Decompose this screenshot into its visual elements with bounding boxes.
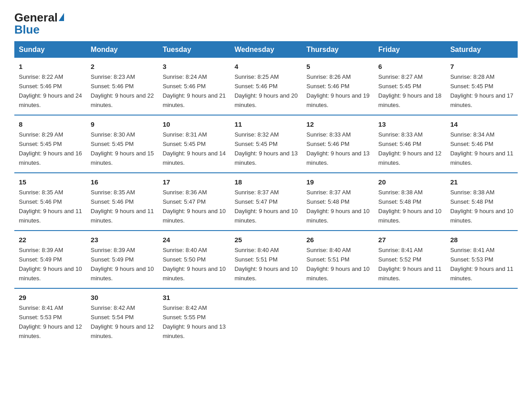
day-number: 5 (306, 61, 370, 72)
calendar-cell: 11Sunrise: 8:32 AMSunset: 5:45 PMDayligh… (230, 115, 302, 173)
day-info: Sunrise: 8:28 AMSunset: 5:45 PMDaylight:… (450, 73, 513, 108)
day-number: 11 (235, 119, 299, 129)
calendar-cell: 21Sunrise: 8:38 AMSunset: 5:48 PMDayligh… (446, 173, 518, 231)
day-info: Sunrise: 8:38 AMSunset: 5:48 PMDaylight:… (378, 189, 442, 224)
logo: General Blue (14, 11, 64, 37)
day-number: 16 (91, 177, 155, 187)
calendar-week-row: 8Sunrise: 8:29 AMSunset: 5:45 PMDaylight… (14, 115, 518, 173)
calendar-cell: 26Sunrise: 8:40 AMSunset: 5:51 PMDayligh… (302, 231, 374, 288)
day-number: 25 (235, 235, 299, 245)
day-number: 17 (163, 177, 227, 187)
day-number: 30 (91, 292, 155, 303)
day-info: Sunrise: 8:27 AMSunset: 5:45 PMDaylight:… (378, 73, 442, 108)
calendar-cell: 18Sunrise: 8:37 AMSunset: 5:47 PMDayligh… (230, 173, 302, 231)
day-info: Sunrise: 8:22 AMSunset: 5:46 PMDaylight:… (19, 73, 82, 108)
day-info: Sunrise: 8:42 AMSunset: 5:54 PMDaylight:… (91, 304, 154, 339)
day-info: Sunrise: 8:38 AMSunset: 5:48 PMDaylight:… (450, 189, 513, 224)
calendar-cell (230, 288, 302, 346)
weekday-header-sunday: Sunday (14, 41, 86, 58)
day-number: 2 (91, 61, 155, 72)
day-number: 31 (163, 292, 227, 303)
calendar-cell (446, 288, 518, 346)
day-info: Sunrise: 8:35 AMSunset: 5:46 PMDaylight:… (19, 189, 82, 224)
day-number: 22 (19, 235, 83, 245)
day-info: Sunrise: 8:34 AMSunset: 5:46 PMDaylight:… (450, 131, 513, 166)
day-info: Sunrise: 8:41 AMSunset: 5:53 PMDaylight:… (19, 304, 82, 339)
day-number: 29 (19, 292, 83, 303)
day-info: Sunrise: 8:36 AMSunset: 5:47 PMDaylight:… (163, 189, 226, 224)
day-info: Sunrise: 8:35 AMSunset: 5:46 PMDaylight:… (91, 189, 154, 224)
day-number: 15 (19, 177, 83, 187)
calendar-cell: 9Sunrise: 8:30 AMSunset: 5:45 PMDaylight… (86, 115, 159, 173)
weekday-header-saturday: Saturday (446, 41, 518, 58)
calendar-cell (374, 288, 446, 346)
calendar-week-row: 1Sunrise: 8:22 AMSunset: 5:46 PMDaylight… (14, 58, 518, 115)
calendar-table: SundayMondayTuesdayWednesdayThursdayFrid… (14, 41, 518, 346)
calendar-cell: 24Sunrise: 8:40 AMSunset: 5:50 PMDayligh… (158, 231, 230, 288)
day-number: 21 (450, 177, 514, 187)
day-info: Sunrise: 8:24 AMSunset: 5:46 PMDaylight:… (163, 73, 226, 108)
day-number: 8 (19, 119, 83, 129)
calendar-cell: 7Sunrise: 8:28 AMSunset: 5:45 PMDaylight… (446, 58, 518, 115)
calendar-cell: 8Sunrise: 8:29 AMSunset: 5:45 PMDaylight… (14, 115, 86, 173)
day-info: Sunrise: 8:40 AMSunset: 5:51 PMDaylight:… (306, 247, 369, 282)
page-header: General Blue (14, 11, 518, 37)
calendar-cell: 13Sunrise: 8:33 AMSunset: 5:46 PMDayligh… (374, 115, 446, 173)
day-info: Sunrise: 8:42 AMSunset: 5:55 PMDaylight:… (163, 304, 226, 339)
day-number: 14 (450, 119, 514, 129)
day-number: 19 (306, 177, 370, 187)
weekday-header-row: SundayMondayTuesdayWednesdayThursdayFrid… (14, 41, 518, 58)
day-number: 12 (306, 119, 370, 129)
calendar-cell: 19Sunrise: 8:37 AMSunset: 5:48 PMDayligh… (302, 173, 374, 231)
weekday-header-tuesday: Tuesday (158, 41, 230, 58)
day-number: 7 (450, 61, 514, 72)
weekday-header-friday: Friday (374, 41, 446, 58)
day-number: 23 (91, 235, 155, 245)
day-number: 27 (378, 235, 442, 245)
calendar-cell: 4Sunrise: 8:25 AMSunset: 5:46 PMDaylight… (230, 58, 302, 115)
day-number: 6 (378, 61, 442, 72)
calendar-cell: 6Sunrise: 8:27 AMSunset: 5:45 PMDaylight… (374, 58, 446, 115)
day-number: 28 (450, 235, 514, 245)
calendar-week-row: 29Sunrise: 8:41 AMSunset: 5:53 PMDayligh… (14, 288, 518, 346)
calendar-cell: 31Sunrise: 8:42 AMSunset: 5:55 PMDayligh… (158, 288, 230, 346)
calendar-cell: 22Sunrise: 8:39 AMSunset: 5:49 PMDayligh… (14, 231, 86, 288)
calendar-cell: 23Sunrise: 8:39 AMSunset: 5:49 PMDayligh… (86, 231, 159, 288)
calendar-cell (302, 288, 374, 346)
day-info: Sunrise: 8:29 AMSunset: 5:45 PMDaylight:… (19, 131, 82, 166)
day-number: 18 (235, 177, 299, 187)
calendar-cell: 16Sunrise: 8:35 AMSunset: 5:46 PMDayligh… (86, 173, 159, 231)
day-number: 10 (163, 119, 227, 129)
day-info: Sunrise: 8:37 AMSunset: 5:47 PMDaylight:… (235, 189, 298, 224)
calendar-week-row: 15Sunrise: 8:35 AMSunset: 5:46 PMDayligh… (14, 173, 518, 231)
day-number: 4 (235, 61, 299, 72)
day-number: 3 (163, 61, 227, 72)
calendar-cell: 5Sunrise: 8:26 AMSunset: 5:46 PMDaylight… (302, 58, 374, 115)
weekday-header-thursday: Thursday (302, 41, 374, 58)
calendar-cell: 10Sunrise: 8:31 AMSunset: 5:45 PMDayligh… (158, 115, 230, 173)
day-info: Sunrise: 8:39 AMSunset: 5:49 PMDaylight:… (91, 247, 154, 282)
day-info: Sunrise: 8:32 AMSunset: 5:45 PMDaylight:… (235, 131, 298, 166)
calendar-cell: 28Sunrise: 8:41 AMSunset: 5:53 PMDayligh… (446, 231, 518, 288)
weekday-header-monday: Monday (86, 41, 159, 58)
calendar-cell: 20Sunrise: 8:38 AMSunset: 5:48 PMDayligh… (374, 173, 446, 231)
day-info: Sunrise: 8:33 AMSunset: 5:46 PMDaylight:… (306, 131, 369, 166)
day-info: Sunrise: 8:39 AMSunset: 5:49 PMDaylight:… (19, 247, 82, 282)
calendar-week-row: 22Sunrise: 8:39 AMSunset: 5:49 PMDayligh… (14, 231, 518, 288)
day-number: 20 (378, 177, 442, 187)
calendar-cell: 27Sunrise: 8:41 AMSunset: 5:52 PMDayligh… (374, 231, 446, 288)
calendar-cell: 14Sunrise: 8:34 AMSunset: 5:46 PMDayligh… (446, 115, 518, 173)
day-number: 1 (19, 61, 83, 72)
calendar-cell: 17Sunrise: 8:36 AMSunset: 5:47 PMDayligh… (158, 173, 230, 231)
calendar-cell: 25Sunrise: 8:40 AMSunset: 5:51 PMDayligh… (230, 231, 302, 288)
day-info: Sunrise: 8:25 AMSunset: 5:46 PMDaylight:… (235, 73, 298, 108)
day-number: 9 (91, 119, 155, 129)
day-info: Sunrise: 8:41 AMSunset: 5:53 PMDaylight:… (450, 247, 513, 282)
day-info: Sunrise: 8:26 AMSunset: 5:46 PMDaylight:… (306, 73, 369, 108)
day-number: 13 (378, 119, 442, 129)
day-info: Sunrise: 8:33 AMSunset: 5:46 PMDaylight:… (378, 131, 442, 166)
weekday-header-wednesday: Wednesday (230, 41, 302, 58)
day-info: Sunrise: 8:31 AMSunset: 5:45 PMDaylight:… (163, 131, 226, 166)
calendar-cell: 3Sunrise: 8:24 AMSunset: 5:46 PMDaylight… (158, 58, 230, 115)
day-info: Sunrise: 8:40 AMSunset: 5:51 PMDaylight:… (235, 247, 298, 282)
